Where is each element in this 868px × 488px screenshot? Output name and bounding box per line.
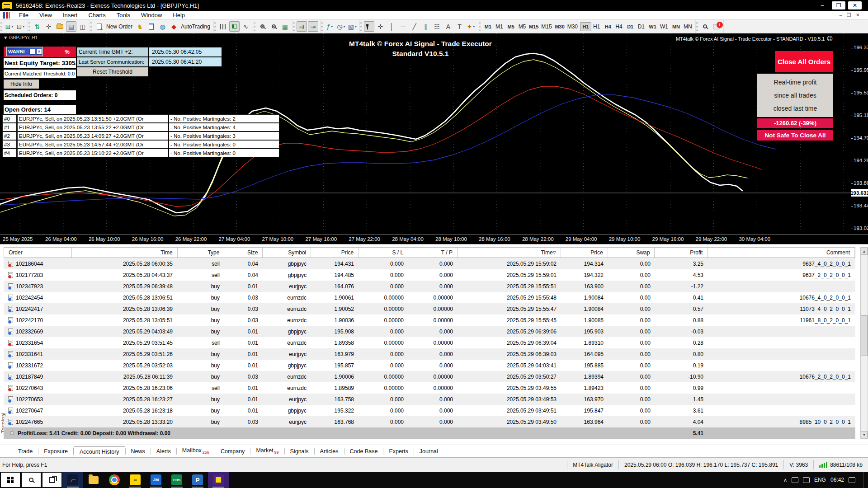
column-header-close_time[interactable]: Time ▽ (458, 248, 561, 258)
timeframe-m5[interactable]: M5 (505, 22, 517, 31)
tray-display-icon[interactable] (792, 477, 798, 483)
market-watch-button[interactable]: ⇅ (32, 21, 42, 32)
table-row[interactable]: 1023316722025.05.29 03:52:03buy0.01gbpjp… (4, 360, 855, 371)
table-row[interactable]: 1022706532025.05.28 16:23:27buy0.01eurjp… (4, 394, 855, 405)
new-chart-button[interactable]: ⊞▾ (4, 21, 14, 32)
menu-window[interactable]: Window (136, 11, 167, 19)
hide-info-button[interactable]: Hide Info (4, 80, 39, 89)
tab-alerts[interactable]: Alerts (151, 446, 176, 457)
minimize-button[interactable]: – (816, 1, 829, 9)
text-button[interactable]: A (443, 21, 453, 32)
vertical-line-button[interactable]: │ (387, 21, 397, 32)
tile-windows-button[interactable]: ▦ (280, 21, 290, 32)
table-row[interactable]: 1022706432025.05.28 16:23:06sell0.01eurn… (4, 382, 855, 394)
table-row[interactable]: 1023479232025.05.29 06:39:48buy0.01eurjp… (4, 281, 855, 292)
chrome-icon[interactable] (104, 472, 125, 488)
table-row[interactable]: 1023326692025.05.29 04:03:49buy0.01gbpjp… (4, 326, 855, 337)
table-row[interactable]: 1022424542025.05.28 13:06:51buy0.03eurnz… (4, 292, 855, 303)
arrows-button[interactable]: ✦▾ (466, 21, 476, 32)
menu-tools[interactable]: Tools (111, 11, 136, 19)
column-header-tp[interactable]: T / P (408, 248, 458, 258)
column-header-sl[interactable]: S / L (359, 248, 408, 258)
p-app-icon[interactable]: P (187, 472, 208, 488)
column-header-close_price[interactable]: Price (561, 248, 608, 258)
child-window-minimize-icon[interactable]: – (840, 12, 842, 18)
timeframe-h1[interactable]: H1 (580, 22, 591, 31)
line-chart-button[interactable]: ∿ (241, 21, 251, 32)
trendline-button[interactable]: ╱ (409, 21, 420, 32)
templates-button[interactable]: ▧▾ (347, 21, 358, 32)
table-row[interactable]: 1021860442025.05.28 06:00:35sell0.04gbpj… (4, 258, 855, 269)
table-scrollbar[interactable]: ▲ ▼ (860, 247, 868, 439)
column-header-type[interactable]: Type (178, 248, 225, 258)
tab-account-history[interactable]: Account History (74, 446, 125, 458)
warning-mini-window[interactable]: WARNI _ × (6, 47, 43, 56)
jm-app-icon[interactable]: JM (146, 472, 166, 488)
clock[interactable]: 06:42 (830, 477, 844, 483)
data-window-button[interactable]: ✛ (43, 21, 54, 32)
scroll-up-icon[interactable]: ▲ (861, 248, 868, 255)
fbs-app-icon[interactable]: FBS (166, 472, 187, 488)
tab-articles[interactable]: Articles (315, 446, 344, 457)
menu-view[interactable]: View (34, 11, 57, 19)
table-row[interactable]: 1022706472025.05.28 16:23:18buy0.01gbpjp… (4, 405, 855, 416)
chart-shift-button[interactable]: ⇥ (308, 21, 318, 32)
table-row[interactable]: 1021878492025.05.28 06:11:39buy0.03eurnz… (4, 371, 855, 382)
chart-area[interactable]: ▼ GBPJPYc,H1 MT4talk © Forex AI Signal -… (0, 33, 868, 244)
table-row[interactable]: 1021772832025.05.28 04:43:37sell0.04gbpj… (4, 269, 855, 281)
exness-app-icon[interactable]: ex (125, 472, 146, 488)
timeframe-d1[interactable]: D1 (625, 22, 636, 31)
candlestick-chart-button[interactable] (229, 21, 240, 32)
metatrader-taskbar-icon[interactable]: ⦧ (62, 472, 83, 488)
tab-exposure[interactable]: Exposure (38, 446, 73, 457)
purple-app-icon[interactable] (208, 472, 229, 488)
community-icon[interactable]: ◍ (157, 21, 168, 32)
menu-charts[interactable]: Charts (83, 11, 111, 19)
cursor-button[interactable] (364, 21, 374, 32)
column-header-symbol[interactable]: Symbol (263, 248, 311, 258)
task-view-button[interactable] (42, 473, 61, 487)
zoom-out-button[interactable]: − (269, 21, 279, 32)
table-row[interactable]: 1023316412025.05.29 03:51:26buy0.01eurjp… (4, 348, 855, 360)
show-desktop-button[interactable] (863, 472, 866, 488)
reset-threshold-button[interactable]: Reset Threshold (77, 67, 148, 76)
warning-minimize-icon[interactable]: _ (29, 49, 35, 55)
taskbar-search-button[interactable] (22, 473, 41, 487)
tray-chevron-icon[interactable]: ∧ (783, 477, 787, 483)
tab-code-base[interactable]: Code Base (344, 446, 383, 457)
close-all-orders-button[interactable]: Close All Orders (775, 51, 833, 72)
auto-scroll-button[interactable]: ⇉ (297, 21, 307, 32)
tab-journal[interactable]: Journal (414, 446, 443, 457)
notifications-button[interactable]: 1 (711, 21, 722, 32)
table-row[interactable]: 1022421702025.05.28 13:05:51buy0.03eurnz… (4, 314, 855, 326)
tab-trade[interactable]: Trade (13, 446, 38, 457)
start-button[interactable] (1, 473, 20, 487)
menu-insert[interactable]: Insert (57, 11, 83, 19)
timeframe-m30[interactable]: M30 (554, 22, 566, 31)
app-icon[interactable] (2, 2, 12, 9)
column-header-order[interactable]: Order (4, 248, 72, 258)
new-order-button[interactable] (94, 21, 104, 32)
notification-center-icon[interactable] (849, 477, 855, 483)
crosshair-button[interactable]: ✛ (375, 21, 386, 32)
timeframe-m1[interactable]: M1 (482, 22, 494, 31)
tab-signals[interactable]: Signals (285, 446, 314, 457)
scrollbar-thumb[interactable] (861, 315, 868, 356)
timeframe-m15[interactable]: M15 (528, 22, 539, 31)
scripts-icon[interactable] (146, 21, 156, 32)
tab-news[interactable]: News (126, 446, 151, 457)
menu-file[interactable]: File (14, 11, 34, 19)
text-label-button[interactable]: T (454, 21, 465, 32)
timeframe-mn[interactable]: MN (670, 22, 682, 31)
tab-market[interactable]: Market99 (250, 446, 284, 457)
sad-face-icon[interactable]: ☹ (826, 35, 833, 42)
profiles-button[interactable]: ⊟▾ (15, 21, 26, 32)
table-row[interactable]: 1022424172025.05.28 13:06:39buy0.03eurnz… (4, 303, 855, 314)
column-header-open_price[interactable]: Price (311, 248, 359, 258)
tab-company[interactable]: Company (215, 446, 250, 457)
navigator-button[interactable] (55, 21, 65, 32)
expert-advisors-icon[interactable]: ♞ (135, 21, 145, 32)
zoom-in-button[interactable]: + (257, 21, 268, 32)
terminal-button[interactable]: ▤ (66, 21, 76, 32)
autotrading-button[interactable]: ◆ (169, 21, 179, 32)
